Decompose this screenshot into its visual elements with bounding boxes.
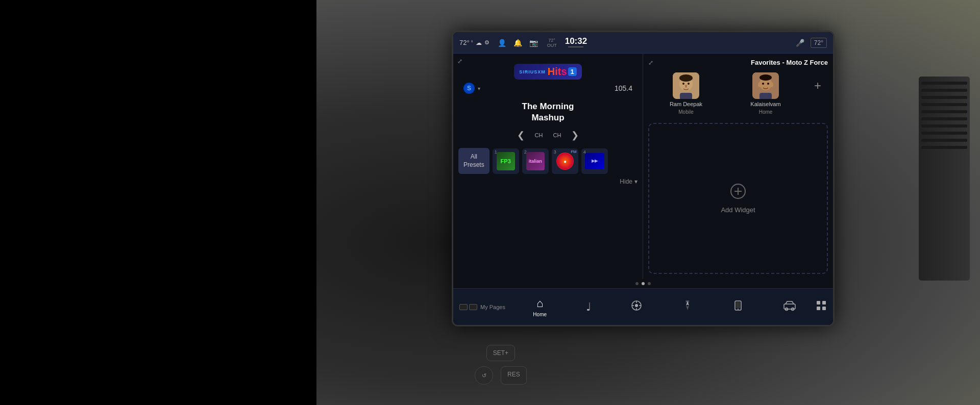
grid-btn[interactable] [816,300,827,314]
ch-left-label: CH [535,132,543,138]
ram-deepak-face-svg [673,72,699,99]
preset-3[interactable]: 3 FM ● [552,148,578,174]
dot-2[interactable] [642,282,645,285]
camera-icon[interactable]: 📷 [529,39,538,47]
vent-slat [921,96,967,99]
favorites-expand-btn[interactable]: ⤢ [648,59,653,66]
back-btn[interactable]: ↺ [475,366,493,385]
radio-expand-btn[interactable]: ⤢ [457,58,462,65]
add-contact-btn[interactable]: + [807,72,828,99]
vent-slat [921,89,967,92]
dot-3[interactable] [648,282,651,285]
nav-phone[interactable] [732,300,744,314]
channel-nav: ❮ CH CH ❯ [458,130,638,141]
kalaiselvam-avatar [752,72,779,99]
kalaiselvam-face-svg [752,72,779,99]
pages-area: My Pages [459,304,505,310]
person-icon[interactable]: 👤 [498,39,506,47]
hide-chevron-icon: ▾ [634,178,638,185]
vent-slat [921,103,967,106]
screen-inner: 72° ° ☁ ⚙ 👤 🔔 📷 72° OUT [453,32,833,325]
page-dots [453,279,833,288]
infotainment-screen: 72° ° ☁ ⚙ 👤 🔔 📷 72° OUT [452,31,835,326]
contacts-grid: Ram Deepak Mobile [648,72,828,115]
nav-home[interactable]: ⌂ Home [533,297,547,317]
status-bar: 72° ° ☁ ⚙ 👤 🔔 📷 72° OUT [453,32,833,54]
home-icon: ⌂ [536,297,543,310]
add-widget-icon [730,183,746,203]
preset-4[interactable]: 4 ▶▶ [581,148,608,174]
channel-source: S ▾ [463,83,480,94]
temp-value-left: 72° [459,39,470,46]
out-temp-label: 72° [548,38,555,43]
hide-btn[interactable]: Hide ▾ [458,178,638,185]
vent-slat [921,117,967,120]
set-plus-btn[interactable]: SET+ [486,345,515,361]
svg-point-21 [635,304,638,307]
svg-point-13 [770,82,773,87]
preset-1[interactable]: 1 FP3 [493,148,519,174]
contact-kalaiselvam[interactable]: Kalaiselvam Home [728,72,803,115]
preset-logo-1: FP3 [497,152,515,170]
ch-prev-btn[interactable]: ❮ [517,130,525,141]
ch-next-btn[interactable]: ❯ [571,130,579,141]
weather-icon: ☁ [476,39,482,46]
svg-marker-27 [686,306,689,310]
sirius-s-badge: S [463,83,475,94]
favorites-title: Favorites - Moto Z Force [751,59,828,66]
svg-point-15 [767,83,769,85]
clock: 10:32 [565,37,587,45]
presets-row: All Presets 1 FP3 2 italian [458,148,638,174]
microphone-icon[interactable]: 🎤 [796,39,804,47]
steering-controls: SET+ ↺ RES [475,345,527,385]
res-btn[interactable]: RES [501,366,527,385]
svg-point-4 [679,74,693,82]
svg-point-5 [682,83,684,85]
right-vent [919,77,970,281]
control-row-1: SET+ [486,345,515,361]
preset-logo-4: ▶▶ [585,153,604,169]
radio-pane: ⤢ SIRIUSXM Hits 1 [453,54,643,279]
control-row-2: ↺ RES [475,366,527,385]
all-presets-btn[interactable]: All Presets [458,148,489,174]
vent-slat [921,110,967,113]
preset-logo-3: ● [556,153,574,170]
hits-text: Hits [548,66,567,78]
vent-slat [921,132,967,135]
location-icon [630,299,643,315]
status-time-group: 72° OUT [547,38,557,48]
svg-point-11 [760,74,772,81]
add-widget-area[interactable]: Add Widget [648,123,828,274]
settings-icon: ⚙ [484,39,489,46]
temp-icon: ° [471,40,473,45]
nav-compass[interactable]: NE [682,300,693,314]
channel-number: 105.4 [615,84,632,92]
contact-ram-deepak[interactable]: Ram Deepak Mobile [648,72,724,115]
vent-slat [921,146,967,149]
nav-music[interactable]: ♩ [586,300,591,314]
ch-right-label: CH [553,132,561,138]
main-content: ⤢ SIRIUSXM Hits 1 [453,54,833,279]
add-widget-label: Add Widget [721,206,755,214]
svg-rect-8 [680,93,692,99]
page-dot-1 [459,304,468,310]
channel-info: S ▾ 105.4 [458,83,638,94]
music-icon: ♩ [586,300,591,314]
bell-icon[interactable]: 🔔 [513,39,522,47]
dot-1[interactable] [635,282,639,285]
clock-group: 10:32 [565,37,587,48]
out-label: OUT [547,43,557,48]
svg-point-31 [738,309,739,310]
svg-point-12 [758,82,761,87]
nav-location[interactable] [630,299,643,315]
svg-point-7 [685,85,687,88]
nav-vehicle[interactable] [783,300,796,314]
phone-icon [732,300,744,314]
vent-slat [921,139,967,142]
preset-2[interactable]: 2 italian [522,148,549,174]
ram-deepak-type: Mobile [678,109,693,115]
vehicle-icon [783,300,796,314]
page-dot-2 [469,304,477,310]
kalaiselvam-type: Home [759,109,773,115]
ram-deepak-avatar [673,72,699,99]
